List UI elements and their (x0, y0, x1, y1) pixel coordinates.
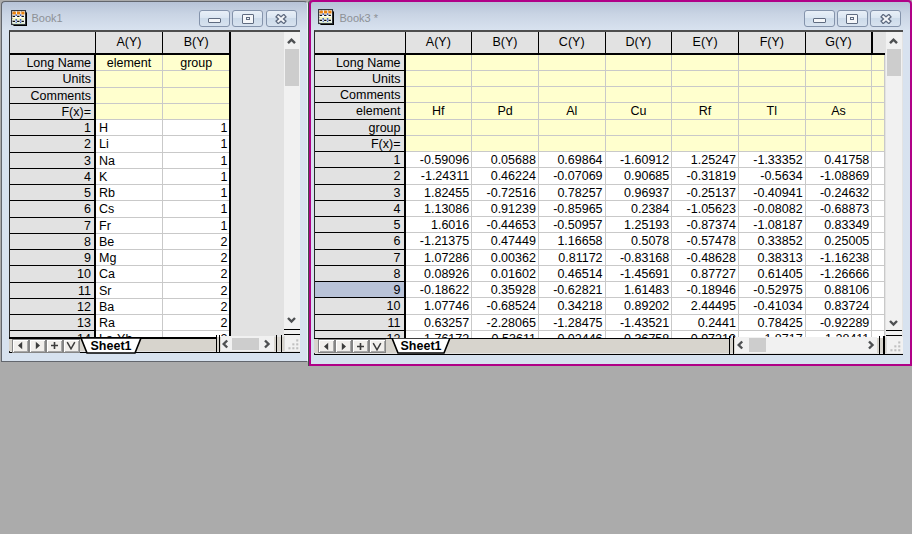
svg-text:Sheet1: Sheet1 (90, 339, 131, 353)
svg-text:Sheet1: Sheet1 (400, 339, 441, 353)
